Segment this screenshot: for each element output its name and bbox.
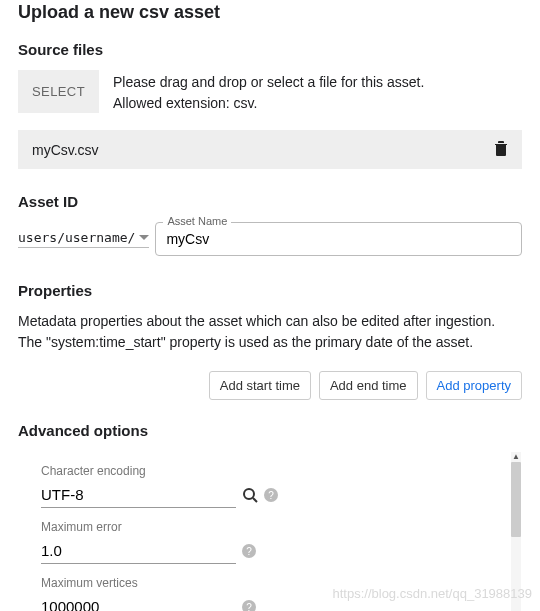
max-vertices-input[interactable] [41,594,236,611]
scrollbar-thumb[interactable] [511,462,521,537]
add-end-time-button[interactable]: Add end time [319,371,418,400]
help-icon[interactable]: ? [242,600,256,611]
page-title: Upload a new csv asset [18,2,522,23]
source-files-heading: Source files [18,41,522,58]
advanced-options-panel: Character encoding ? Maximum error ? Max… [18,451,522,611]
select-file-button[interactable]: SELECT [18,70,99,113]
asset-path-prefix-value: users/username/ [18,230,135,245]
selected-file-name: myCsv.csv [32,142,99,158]
file-hint-line2: Allowed extension: csv. [113,95,257,111]
char-encoding-label: Character encoding [41,464,499,478]
help-icon[interactable]: ? [264,488,278,502]
delete-file-icon[interactable] [494,140,508,159]
char-encoding-input[interactable] [41,482,236,508]
search-icon[interactable] [242,487,258,503]
add-property-button[interactable]: Add property [426,371,522,400]
max-error-label: Maximum error [41,520,499,534]
properties-heading: Properties [18,282,522,299]
chevron-down-icon [139,235,149,240]
properties-description: Metadata properties about the asset whic… [18,311,522,353]
svg-line-1 [253,498,257,502]
asset-id-heading: Asset ID [18,193,522,210]
add-start-time-button[interactable]: Add start time [209,371,311,400]
file-hint-text: Please drag and drop or select a file fo… [113,70,424,114]
svg-point-0 [244,489,254,499]
asset-name-input[interactable] [155,222,522,256]
file-hint-line1: Please drag and drop or select a file fo… [113,74,424,90]
asset-name-label: Asset Name [163,215,231,227]
advanced-options-heading: Advanced options [18,422,522,439]
asset-path-prefix-select[interactable]: users/username/ [18,230,149,248]
selected-file-row: myCsv.csv [18,130,522,169]
max-error-input[interactable] [41,538,236,564]
help-icon[interactable]: ? [242,544,256,558]
scrollbar-track[interactable]: ▲ ▼ [511,452,521,611]
max-vertices-label: Maximum vertices [41,576,499,590]
scroll-up-icon[interactable]: ▲ [512,452,520,462]
